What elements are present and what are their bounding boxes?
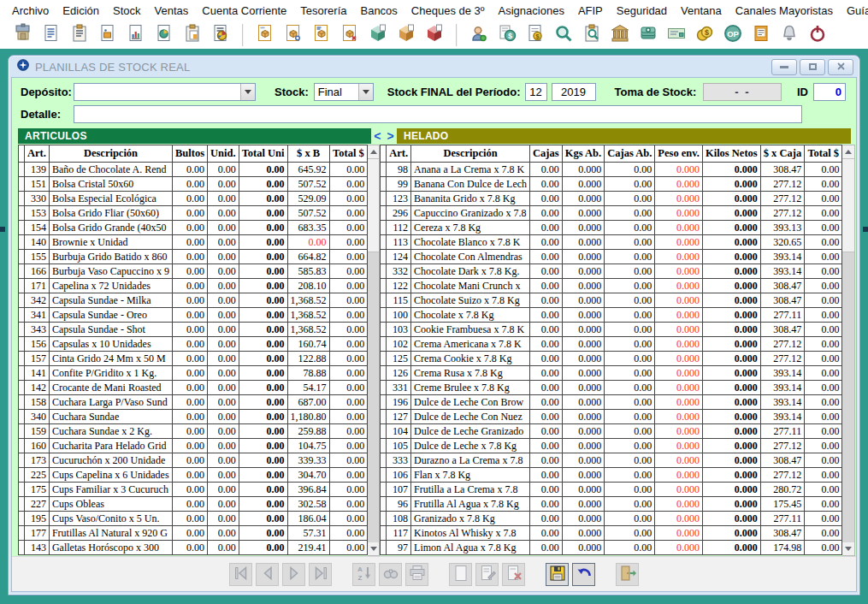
grid-cell[interactable]: 0.000 bbox=[562, 337, 605, 352]
grid-cell[interactable]: 0.00 bbox=[805, 453, 842, 468]
grid-cell[interactable]: 125 bbox=[387, 352, 411, 366]
grid-cell[interactable]: 0.00 bbox=[329, 279, 368, 293]
grid-cell[interactable]: 0.000 bbox=[562, 381, 605, 395]
grid-cell[interactable]: 0.000 bbox=[562, 323, 605, 337]
grid-cell[interactable]: 102 bbox=[387, 337, 411, 352]
row-selector[interactable] bbox=[381, 308, 387, 323]
grid-cell[interactable]: 153 bbox=[25, 206, 50, 221]
grid-cell[interactable]: 332 bbox=[387, 264, 411, 279]
grid-cell[interactable]: 0.00 bbox=[208, 206, 239, 221]
grid-cell[interactable]: 0.00 bbox=[329, 453, 368, 468]
grid-cell[interactable]: 107 bbox=[387, 483, 411, 497]
grid-cell[interactable]: 139 bbox=[25, 163, 50, 177]
row-selector[interactable] bbox=[381, 206, 387, 221]
grid-cell[interactable]: 0.000 bbox=[702, 468, 760, 483]
column-header[interactable]: Art. bbox=[25, 145, 50, 163]
column-header[interactable]: $ x Caja bbox=[760, 145, 804, 163]
grid-cell[interactable]: 0.00 bbox=[329, 206, 368, 221]
next-record-button[interactable] bbox=[282, 563, 305, 586]
grid-cell[interactable]: 0.00 bbox=[208, 279, 239, 293]
grid-cell[interactable]: 0.00 bbox=[173, 468, 208, 483]
grid-cell[interactable]: 0.000 bbox=[655, 323, 703, 337]
grid-cell[interactable]: 0.000 bbox=[702, 177, 760, 192]
grid-row[interactable]: 142Crocante de Mani Roasted0.000.000.005… bbox=[19, 381, 368, 395]
grid-cell[interactable]: 0.00 bbox=[208, 439, 239, 453]
row-selector[interactable] bbox=[381, 453, 387, 468]
row-selector[interactable] bbox=[19, 235, 25, 250]
row-selector[interactable] bbox=[381, 279, 387, 293]
grid-cell[interactable]: 113 bbox=[387, 235, 411, 250]
grid-cell[interactable]: 259.88 bbox=[287, 424, 329, 439]
grid-cell[interactable]: 0.00 bbox=[605, 366, 655, 381]
grid-cell[interactable]: 0.00 bbox=[329, 250, 368, 264]
grid-cell[interactable]: 0.00 bbox=[287, 235, 329, 250]
first-record-button[interactable] bbox=[229, 563, 252, 586]
grid-cell[interactable]: 0.00 bbox=[329, 323, 368, 337]
row-selector[interactable] bbox=[19, 468, 25, 483]
grid-cell[interactable]: 393.14 bbox=[760, 264, 804, 279]
edit-record-button[interactable] bbox=[475, 563, 499, 586]
grid-cell[interactable]: Frutilla a La Crema x 7.8 bbox=[411, 483, 530, 497]
money-bag-button[interactable]: $ bbox=[694, 24, 716, 46]
grid-cell[interactable]: 0.00 bbox=[605, 279, 655, 293]
grid-cell[interactable]: 0.00 bbox=[329, 512, 368, 526]
grid-cell[interactable]: 280.72 bbox=[760, 483, 804, 497]
grid-cell[interactable]: 277.12 bbox=[760, 337, 804, 352]
grid-cell[interactable]: Chocolate Con Almendras bbox=[411, 250, 530, 264]
grid-cell[interactable]: 0.000 bbox=[562, 366, 605, 381]
grid-cell[interactable]: 0.000 bbox=[562, 221, 605, 235]
doc-piechart-button[interactable] bbox=[153, 24, 175, 46]
grid-cell[interactable]: 0.00 bbox=[173, 235, 208, 250]
grid-cell[interactable]: 0.00 bbox=[239, 177, 287, 192]
grid-row[interactable]: 139Baño de Chocolate A. Rend0.000.000.00… bbox=[19, 163, 368, 177]
menu-item-seguridad[interactable]: Seguridad bbox=[610, 2, 674, 20]
grid-cell[interactable]: 0.00 bbox=[208, 337, 239, 352]
grid-cell[interactable]: 0.000 bbox=[655, 221, 703, 235]
grid-cell[interactable]: 57.31 bbox=[287, 526, 329, 541]
grid-cell[interactable]: 166 bbox=[25, 264, 50, 279]
row-selector[interactable] bbox=[381, 192, 387, 206]
grid-cell[interactable]: 0.000 bbox=[702, 293, 760, 308]
grid-row[interactable]: 103Cookie Frambuesa x 7.8 K0.000.0000.00… bbox=[381, 323, 842, 337]
grid-cell[interactable]: 0.00 bbox=[805, 323, 842, 337]
grid-cell[interactable]: Cookie Frambuesa x 7.8 K bbox=[411, 323, 530, 337]
grid-cell[interactable]: 0.000 bbox=[562, 177, 605, 192]
grid-cell[interactable]: 0.00 bbox=[173, 323, 208, 337]
grid-cell[interactable]: Cinta Grido 24 Mm x 50 M bbox=[49, 352, 172, 366]
grid-cell[interactable]: 0.00 bbox=[605, 410, 655, 424]
last-record-button[interactable] bbox=[309, 563, 332, 586]
column-header[interactable]: Kgs Ab. bbox=[562, 145, 605, 163]
grid-cell[interactable]: 0.00 bbox=[605, 512, 655, 526]
grid-cell[interactable]: 0.00 bbox=[173, 453, 208, 468]
doc-barchart-button[interactable] bbox=[125, 24, 147, 46]
grid-cell[interactable]: 0.00 bbox=[805, 192, 842, 206]
grid-cell[interactable]: 0.00 bbox=[208, 424, 239, 439]
row-selector[interactable] bbox=[19, 424, 25, 439]
row-selector[interactable] bbox=[381, 424, 387, 439]
grid-cell[interactable]: 0.00 bbox=[329, 163, 368, 177]
row-selector[interactable] bbox=[19, 410, 25, 424]
grid-cell[interactable]: 0.00 bbox=[173, 439, 208, 453]
grid-cell[interactable]: 0.000 bbox=[702, 337, 760, 352]
row-selector[interactable] bbox=[19, 497, 25, 512]
grid-cell[interactable]: 0.000 bbox=[562, 308, 605, 323]
doc-box-add-button[interactable] bbox=[282, 24, 304, 46]
grid-cell[interactable]: 0.000 bbox=[702, 381, 760, 395]
grid-cell[interactable]: 0.00 bbox=[605, 468, 655, 483]
row-selector[interactable] bbox=[19, 366, 25, 381]
grid-cell[interactable]: 0.00 bbox=[605, 308, 655, 323]
grid-cell[interactable]: 0.000 bbox=[702, 410, 760, 424]
grid-cell[interactable]: 277.12 bbox=[760, 468, 804, 483]
grid-cell[interactable]: 0.00 bbox=[605, 483, 655, 497]
grid-cell[interactable]: Cuchara Larga P/Vaso Sund bbox=[49, 395, 172, 410]
grid-cell[interactable]: 0.000 bbox=[562, 483, 605, 497]
grid-cell[interactable]: Chocolate x 7.8 Kg bbox=[411, 308, 530, 323]
grid-row[interactable]: 99Banana Con Dulce de Lech0.000.0000.000… bbox=[381, 177, 842, 192]
grid-cell[interactable]: 0.00 bbox=[530, 163, 563, 177]
grid-cell[interactable]: 0.00 bbox=[239, 352, 287, 366]
grid-cell[interactable]: 0.000 bbox=[562, 250, 605, 264]
grid-cell[interactable]: 0.00 bbox=[173, 512, 208, 526]
grid-cell[interactable]: 54.17 bbox=[287, 381, 329, 395]
grid-cell[interactable]: 0.000 bbox=[562, 468, 605, 483]
grid-cell[interactable]: 0.00 bbox=[239, 439, 287, 453]
